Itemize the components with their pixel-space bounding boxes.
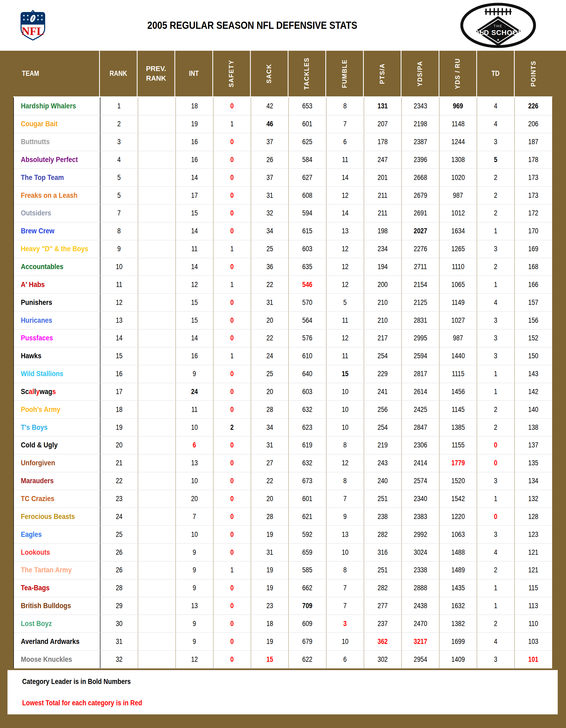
team-name-cell: Wild Stallions <box>14 365 100 383</box>
stat-cell-tackles: 673 <box>289 472 327 490</box>
stat-cell-sack: 25 <box>251 240 289 258</box>
stat-cell-sack: 34 <box>251 419 289 436</box>
stat-cell-pts-a: 240 <box>364 472 402 490</box>
stat-cell-prev-rank <box>138 187 176 204</box>
stat-cell-pts-a: 282 <box>364 579 402 597</box>
stat-cell-td: 4 <box>477 294 515 311</box>
stat-cell-tackles: 564 <box>289 312 327 329</box>
stat-cell-points: 121 <box>515 561 552 579</box>
stat-cell-fumble: 3 <box>327 615 364 632</box>
stat-cell-fumble: 5 <box>327 294 364 311</box>
stat-cell-fumble: 8 <box>327 97 364 115</box>
stat-cell-rank: 9 <box>100 240 138 258</box>
stat-cell-tackles: 709 <box>289 597 327 615</box>
team-name: Moose Knuckles <box>21 655 72 664</box>
stat-cell-fumble: 10 <box>327 633 364 650</box>
stat-cell-td: 2 <box>477 204 515 222</box>
stat-cell-tackles: 570 <box>289 294 327 311</box>
stat-cell-points: 138 <box>515 419 552 436</box>
stat-cell-safety: 0 <box>213 365 251 383</box>
stat-cell-points: 173 <box>515 187 552 204</box>
stat-cell-prev-rank <box>138 204 176 222</box>
stat-cell-int: 16 <box>176 347 213 365</box>
stat-cell-safety: 0 <box>213 651 251 668</box>
stat-cell-safety: 0 <box>213 383 251 401</box>
header-label: SAFETY <box>228 60 235 87</box>
stat-cell-td: 4 <box>477 115 515 133</box>
stat-cell-int: 7 <box>176 508 213 525</box>
stat-cell-int: 14 <box>176 222 213 240</box>
stat-cell-int: 12 <box>176 276 213 293</box>
stat-cell-fumble: 7 <box>327 115 364 133</box>
table-row: Outsiders71503259414211269110122172 <box>14 204 552 222</box>
stat-cell-points: 166 <box>515 276 552 293</box>
stat-cell-fumble: 14 <box>327 204 364 222</box>
team-name: TC Crazies <box>21 495 54 503</box>
stat-cell-tackles: 679 <box>289 633 327 650</box>
stat-cell-sack: 28 <box>251 508 289 525</box>
stat-cell-fumble: 11 <box>327 151 364 169</box>
stat-cell-rank: 10 <box>100 258 138 276</box>
stat-cell-points: 142 <box>515 383 552 401</box>
stat-cell-safety: 0 <box>213 544 251 561</box>
stat-cell-yds-ru: 1065 <box>439 276 477 293</box>
stat-cell-td: 3 <box>477 651 515 668</box>
stat-cell-int: 12 <box>176 651 213 668</box>
stat-cell-sack: 19 <box>251 526 289 543</box>
stat-cell-sack: 26 <box>251 151 289 169</box>
stat-cell-pts-a: 210 <box>364 294 402 311</box>
stat-cell-yds-pa: 2668 <box>402 169 439 186</box>
stat-cell-td: 4 <box>477 544 515 561</box>
svg-text:★: ★ <box>22 18 25 21</box>
stat-cell-tackles: 610 <box>289 347 327 365</box>
stat-cell-points: 134 <box>515 472 552 490</box>
team-name: Cougar Bait <box>21 120 58 128</box>
stat-cell-tackles: 627 <box>289 169 327 186</box>
stat-cell-points: 206 <box>515 115 552 133</box>
stat-cell-safety: 0 <box>213 169 251 186</box>
stat-cell-yds-pa: 2425 <box>402 401 439 418</box>
stat-cell-fumble: 7 <box>327 579 364 597</box>
table-row: British Bulldogs291302370972772438163211… <box>14 597 552 615</box>
stat-cell-rank: 30 <box>100 615 138 632</box>
stat-cell-td: 1 <box>477 579 515 597</box>
stat-cell-fumble: 8 <box>327 436 364 454</box>
stat-cell-pts-a: 254 <box>364 347 402 365</box>
stat-cell-tackles: 615 <box>289 222 327 240</box>
stat-cell-sack: 19 <box>251 633 289 650</box>
team-name-cell: Brew Crew <box>14 222 100 240</box>
stat-cell-prev-rank <box>138 240 176 258</box>
stat-cell-tackles: 640 <box>289 365 327 383</box>
stat-cell-yds-pa: 2387 <box>402 133 439 151</box>
header-yds-ru: YDS / RU <box>439 51 477 96</box>
stat-cell-yds-ru: 1020 <box>439 169 477 186</box>
stat-cell-td: 3 <box>477 526 515 543</box>
stat-cell-points: 169 <box>515 240 552 258</box>
header-label: YDS/PA <box>417 61 424 86</box>
team-name: A' Habs <box>21 281 45 289</box>
stat-cell-sack: 37 <box>251 169 289 186</box>
stat-cell-td: 2 <box>477 419 515 436</box>
stat-cell-td: 4 <box>477 97 515 115</box>
table-row: Huricanes131502056411210283110273156 <box>14 312 552 329</box>
stat-cell-tackles: 594 <box>289 204 327 222</box>
stat-cell-prev-rank <box>138 222 176 240</box>
old-school-name-text: OLD SCHOOL <box>474 29 523 37</box>
stat-cell-td: 1 <box>477 276 515 293</box>
stat-cell-yds-ru: 1063 <box>439 526 477 543</box>
stat-cell-sack: 23 <box>251 597 289 615</box>
stat-cell-int: 15 <box>176 312 213 329</box>
stat-cell-points: 143 <box>515 365 552 383</box>
team-name-cell: Huricanes <box>14 312 100 329</box>
stat-cell-yds-ru: 1435 <box>439 579 477 597</box>
stat-cell-int: 17 <box>176 187 213 204</box>
stat-cell-pts-a: 254 <box>364 419 402 436</box>
top-banner: ★★ ★★ ★★ ★★ NFL 2005 REGULAR SEASON NFL … <box>0 0 566 51</box>
stat-cell-int: 15 <box>176 204 213 222</box>
stat-cell-int: 16 <box>176 151 213 169</box>
stat-cell-yds-ru: 987 <box>439 329 477 347</box>
stat-cell-sack: 34 <box>251 222 289 240</box>
header-label: PTS/A <box>379 63 386 84</box>
stat-cell-td: 0 <box>477 508 515 525</box>
stat-cell-td: 2 <box>477 187 515 204</box>
